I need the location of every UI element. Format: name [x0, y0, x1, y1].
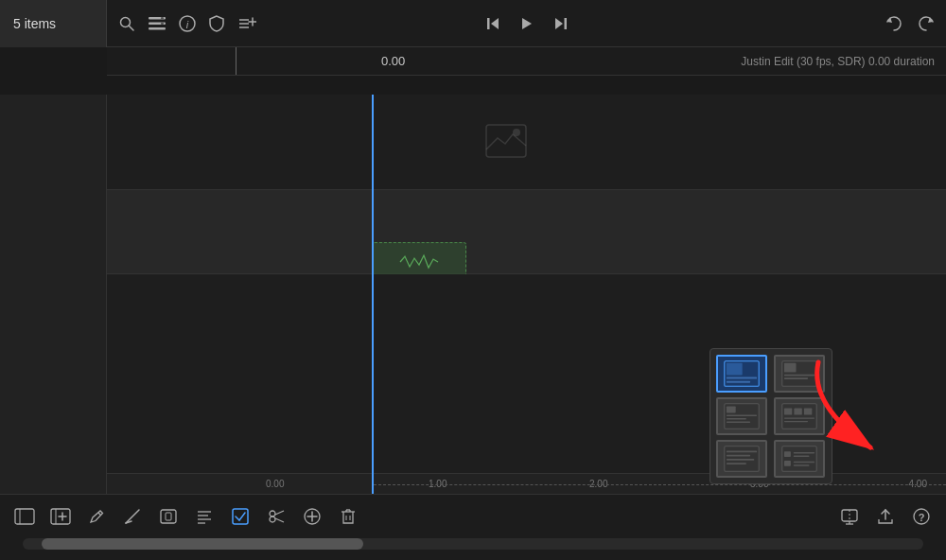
title-icon[interactable]	[191, 503, 218, 530]
scrollbar-area	[0, 538, 946, 555]
ruler-mark-0: 0.00	[266, 479, 284, 489]
edit-info-label: Justin Edit (30 fps, SDR) 0.00 duration	[741, 55, 935, 68]
monitor-view-icon[interactable]	[836, 503, 863, 530]
thumb-text-only[interactable]	[716, 440, 767, 478]
svg-marker-17	[555, 18, 563, 29]
bottom-toolbar: ?	[0, 494, 946, 560]
blade-icon[interactable]	[119, 503, 146, 530]
ruler-dotted	[374, 484, 946, 485]
svg-rect-71	[803, 409, 811, 415]
svg-rect-72	[783, 417, 814, 418]
scissors-icon[interactable]	[263, 503, 289, 530]
track-labels-panel	[0, 95, 107, 494]
bottom-tools-row: ?	[0, 495, 946, 538]
svg-rect-62	[783, 377, 807, 379]
thumb-large-active[interactable]	[716, 355, 767, 393]
thumb-medium[interactable]	[774, 355, 825, 393]
position-marker	[236, 47, 236, 75]
svg-rect-73	[783, 421, 807, 422]
svg-line-40	[275, 518, 284, 522]
info-icon[interactable]: i	[179, 15, 196, 32]
svg-rect-67	[727, 422, 750, 423]
svg-rect-81	[793, 452, 814, 453]
svg-rect-84	[793, 462, 814, 463]
svg-rect-77	[727, 459, 754, 461]
svg-rect-60	[783, 363, 796, 373]
ghost-placeholder-icon	[484, 123, 528, 167]
svg-point-38	[270, 516, 275, 522]
svg-marker-16	[522, 18, 532, 29]
svg-text:?: ?	[919, 512, 925, 523]
transport-controls	[485, 16, 569, 31]
play-icon[interactable]	[519, 16, 534, 31]
add-tracks-icon[interactable]	[237, 16, 256, 31]
transform-icon[interactable]	[155, 503, 182, 530]
svg-rect-78	[727, 463, 746, 464]
thumbnail-popup[interactable]	[710, 348, 832, 484]
timecode-display: 0.00	[381, 54, 405, 68]
svg-line-39	[275, 511, 284, 515]
svg-rect-6	[161, 22, 164, 25]
svg-rect-5	[161, 17, 164, 20]
trash-icon[interactable]	[335, 503, 361, 530]
clip-trim-icon[interactable]	[11, 503, 38, 530]
svg-line-1	[129, 26, 133, 30]
svg-rect-21	[15, 509, 34, 524]
redo-icon[interactable]	[918, 16, 935, 31]
svg-rect-75	[727, 451, 757, 453]
svg-rect-18	[564, 18, 567, 29]
svg-rect-4	[149, 27, 166, 30]
svg-line-27	[98, 513, 101, 516]
svg-rect-65	[727, 415, 757, 416]
svg-rect-80	[783, 451, 790, 457]
svg-rect-83	[783, 461, 790, 466]
svg-rect-56	[727, 363, 743, 376]
skip-to-end-icon[interactable]	[553, 16, 569, 31]
svg-rect-69	[783, 409, 791, 415]
svg-rect-57	[727, 377, 757, 379]
export-icon[interactable]	[872, 503, 899, 530]
svg-rect-66	[727, 418, 746, 419]
svg-rect-15	[487, 18, 490, 29]
toolbar-left-group: i	[118, 15, 256, 32]
horizontal-scrollbar[interactable]	[23, 538, 923, 550]
add-clip-icon[interactable]	[47, 503, 74, 530]
toolbar-right-group	[885, 16, 935, 31]
timecode-bar: 0.00 Justin Edit (30 fps, SDR) 0.00 dura…	[107, 47, 946, 76]
svg-rect-85	[793, 464, 809, 465]
plus-circle-icon[interactable]	[299, 503, 325, 530]
items-count-label: 5 items	[13, 16, 56, 31]
rewind-to-start-icon[interactable]	[485, 16, 500, 31]
thumb-compact[interactable]	[774, 440, 825, 478]
svg-rect-76	[727, 455, 750, 457]
search-icon[interactable]	[118, 15, 135, 32]
svg-rect-61	[783, 375, 814, 376]
undo-icon[interactable]	[885, 16, 902, 31]
items-count-bar: 5 items	[0, 0, 107, 47]
shield-icon[interactable]	[209, 15, 224, 32]
middle-track	[107, 189, 946, 274]
svg-marker-14	[491, 18, 499, 29]
top-toolbar: i	[107, 0, 946, 47]
svg-line-28	[126, 510, 139, 523]
lower-track	[107, 274, 946, 359]
svg-point-20	[513, 129, 520, 136]
svg-rect-70	[794, 409, 801, 415]
svg-rect-68	[781, 404, 815, 429]
svg-rect-31	[166, 513, 171, 520]
help-icon[interactable]: ?	[908, 503, 935, 530]
svg-rect-58	[727, 381, 750, 383]
svg-rect-82	[793, 456, 809, 457]
svg-rect-30	[161, 510, 176, 523]
thumb-filmstrip[interactable]	[774, 397, 825, 435]
pen-icon[interactable]	[83, 503, 110, 530]
upper-track	[107, 95, 946, 189]
thumb-small[interactable]	[716, 397, 767, 435]
svg-rect-79	[781, 446, 815, 472]
list-icon[interactable]	[149, 17, 166, 30]
svg-text:i: i	[186, 18, 189, 29]
checkbox-icon[interactable]	[227, 503, 254, 530]
svg-rect-64	[727, 407, 736, 413]
svg-point-37	[270, 511, 275, 516]
scrollbar-thumb[interactable]	[42, 538, 363, 550]
